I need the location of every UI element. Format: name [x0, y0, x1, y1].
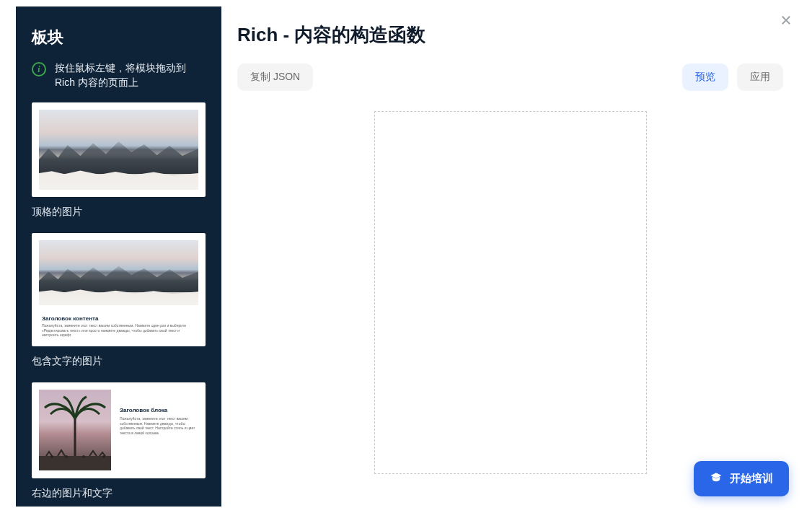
graduation-cap-icon	[710, 471, 723, 486]
svg-point-5	[82, 455, 85, 458]
start-training-button[interactable]: 开始培训	[694, 461, 789, 496]
svg-point-6	[102, 455, 105, 458]
template-thumb-image-right-text[interactable]: Заголовок блока Пожалуйста, замените это…	[32, 382, 206, 478]
sidebar-title: 板块	[32, 27, 206, 48]
thumb-title: Заголовок контента	[42, 315, 195, 322]
start-training-label: 开始培训	[730, 472, 773, 486]
preview-button[interactable]: 预览	[682, 63, 728, 91]
template-caption: 右边的图片和文字	[32, 487, 206, 500]
svg-point-3	[50, 455, 53, 458]
thumb-text-block: Заголовок контента Пожалуйста, замените …	[39, 311, 198, 338]
thumb-body: Пожалуйста, замените этот текст вашим со…	[42, 323, 195, 338]
palm-image	[39, 390, 111, 470]
svg-point-4	[65, 455, 68, 458]
template-item: 顶格的图片	[32, 102, 206, 219]
apply-button[interactable]: 应用	[737, 63, 783, 91]
mountain-image	[39, 110, 198, 190]
svg-rect-2	[39, 456, 111, 470]
template-thumb-image-top[interactable]	[32, 102, 206, 197]
thumb-text-block: Заголовок блока Пожалуйста, замените это…	[120, 390, 198, 471]
template-thumb-image-with-text[interactable]: Заголовок контента Пожалуйста, замените …	[32, 233, 206, 346]
modal: 板块 i 按住鼠标左键，将模块拖动到 Rich 内容的页面上 顶格的图片 Заг…	[16, 6, 799, 507]
thumb-title: Заголовок блока	[120, 407, 198, 413]
copy-json-button[interactable]: 复制 JSON	[237, 63, 313, 91]
info-icon: i	[32, 62, 46, 76]
template-item: Заголовок контента Пожалуйста, замените …	[32, 233, 206, 368]
template-item: Заголовок блока Пожалуйста, замените это…	[32, 382, 206, 500]
info-row: i 按住鼠标左键，将模块拖动到 Rich 内容的页面上	[32, 61, 206, 89]
mountain-image	[39, 240, 198, 305]
main: Rich - 内容的构造函数 复制 JSON 预览 应用 开始培训	[221, 6, 799, 507]
template-caption: 顶格的图片	[32, 206, 206, 219]
template-caption: 包含文字的图片	[32, 355, 206, 368]
info-text: 按住鼠标左键，将模块拖动到 Rich 内容的页面上	[55, 61, 206, 89]
sidebar: 板块 i 按住鼠标左键，将模块拖动到 Rich 内容的页面上 顶格的图片 Заг…	[16, 6, 221, 507]
thumb-body: Пожалуйста, замените этот текст вашим со…	[120, 416, 198, 435]
toolbar: 复制 JSON 预览 应用	[237, 63, 783, 91]
drop-canvas[interactable]	[374, 111, 647, 474]
page-title: Rich - 内容的构造函数	[237, 22, 783, 48]
